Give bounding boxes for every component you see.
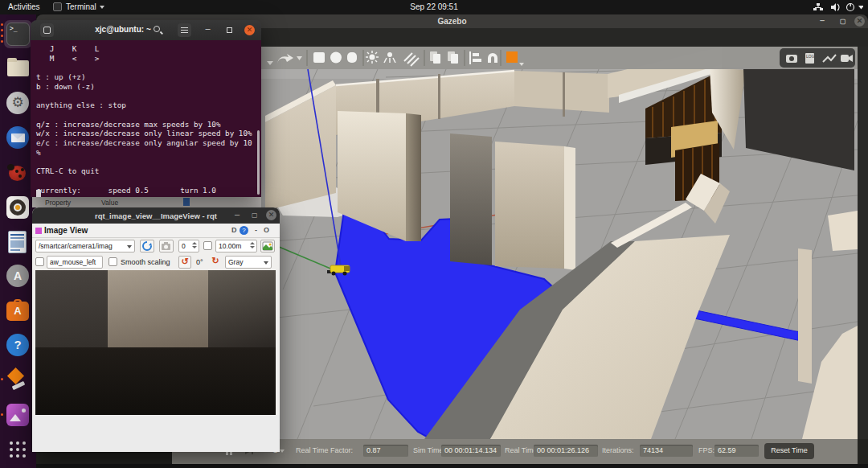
smooth-scaling-label: Smooth scaling <box>121 258 170 266</box>
rqt-panel-background <box>32 415 280 452</box>
value-column: Value <box>101 199 118 207</box>
dock-show-apps[interactable] <box>0 438 36 467</box>
clock[interactable]: Sep 22 09:51 <box>0 2 868 11</box>
power-icon <box>847 3 854 11</box>
terminal-output: J K L M < > t : up (+z) b : down (-z) an… <box>36 44 252 195</box>
simtime-value: 00 00:01:14.134 <box>441 445 501 457</box>
mouse-topic-field[interactable]: aw_mouse_left <box>47 256 103 269</box>
plugin-close-button[interactable]: O <box>264 226 269 234</box>
gazebo-close-button[interactable]: ✕ <box>854 16 865 27</box>
rqt-toolbar: /smartcar/camera1/imag 0 10.00m aw_mouse… <box>32 238 280 270</box>
reset-time-button[interactable]: Reset Time <box>764 443 814 459</box>
cylinder-icon <box>347 52 357 63</box>
settings-gear-icon: ⚙ <box>6 92 29 114</box>
terminal-body[interactable]: J K L M < > t : up (+z) b : down (-z) an… <box>31 40 261 197</box>
terminal-search-button[interactable] <box>151 23 165 37</box>
box-icon <box>313 52 325 63</box>
copy-icon <box>430 51 440 64</box>
dock-rhythmbox[interactable] <box>0 196 36 225</box>
spotlight-icon <box>384 52 395 63</box>
align-icon <box>470 51 481 64</box>
files-icon <box>7 60 29 76</box>
topic-combobox[interactable]: /smartcar/camera1/imag <box>35 240 135 252</box>
terminal-maximize-button[interactable] <box>223 23 236 37</box>
plugin-minimize-button[interactable]: - <box>255 226 257 234</box>
right-wall <box>798 248 812 384</box>
terminal-scrollbar[interactable] <box>257 130 260 195</box>
realtime-value: 00 00:01:26.126 <box>534 445 598 457</box>
iterations-label: Iterations: <box>602 446 634 454</box>
dynamic-range-checkbox[interactable] <box>203 241 212 250</box>
mouse-publish-checkbox[interactable] <box>35 257 44 266</box>
rqt-title: rqt_image_view__ImageView - rqt <box>32 211 280 220</box>
iterations-value: 74134 <box>640 445 693 457</box>
steps-caret-icon[interactable] <box>280 450 285 453</box>
max-range-spinbox[interactable]: 10.00m <box>215 240 257 252</box>
dock-software[interactable]: A <box>0 299 36 328</box>
software-icon: A <box>6 302 29 321</box>
dock-image-viewer[interactable] <box>0 404 36 433</box>
directionallight-icon <box>404 53 419 66</box>
snap-icon <box>488 53 497 63</box>
save-image-button[interactable] <box>260 240 275 252</box>
libreoffice-icon: A <box>6 265 29 287</box>
plugin-title: Image View <box>44 226 88 235</box>
rtf-value: 0.87 <box>363 445 408 457</box>
right-wall-2 <box>828 211 858 251</box>
fps-value: 62.59 <box>714 445 759 457</box>
rtf-label: Real Time Factor: <box>296 446 353 454</box>
plot-icon <box>823 55 836 62</box>
plugin-icon <box>35 228 42 234</box>
help-icon: ? <box>6 334 29 356</box>
rqt-maximize-button[interactable]: ▢ <box>252 211 258 219</box>
screenshot-icon <box>786 55 797 63</box>
property-column: Property <box>45 199 71 207</box>
plugin-help-button[interactable]: ? <box>240 226 248 235</box>
rotation-angle: 0° <box>196 258 203 266</box>
snapshot-button[interactable] <box>159 240 174 252</box>
dock-writer[interactable] <box>0 231 36 260</box>
show-apps-icon <box>10 441 26 458</box>
rqt-window: rqt_image_view__ImageView - rqt – ▢ ✕ Im… <box>32 207 280 452</box>
log-icon: LOG <box>805 53 815 64</box>
record-icon <box>841 55 853 62</box>
colormap-combobox[interactable]: Gray <box>225 256 272 269</box>
gazebo-maximize-button[interactable]: ▢ <box>840 18 846 25</box>
property-panel-header: Property Value <box>32 197 261 207</box>
refresh-button[interactable] <box>140 240 154 252</box>
redo-icon <box>277 54 293 64</box>
volume-icon <box>831 3 839 11</box>
sphere-icon <box>330 52 342 64</box>
terminal-close-button[interactable]: ✕ <box>244 25 255 35</box>
paste-icon <box>448 51 458 64</box>
dock-help[interactable]: ? <box>0 334 36 363</box>
rqt-plugin-header: Image View D ? - O <box>32 224 280 238</box>
terminal-icon: >_ <box>6 23 30 46</box>
pointlight-icon <box>366 51 379 64</box>
rqt-close-button[interactable]: ✕ <box>266 210 276 220</box>
svg-text:LOG: LOG <box>806 54 815 59</box>
terminal-window: xjc@ubuntu: ~ – ✕ J K L M < > t : up (+z… <box>31 20 261 197</box>
gazebo-minimize-button[interactable]: – <box>820 15 825 25</box>
fps-label: FPS: <box>698 446 714 454</box>
rqt-titlebar[interactable]: rqt_image_view__ImageView - rqt – ▢ ✕ <box>32 207 280 224</box>
dock-libreoffice[interactable]: A <box>0 265 36 294</box>
terminal-titlebar[interactable]: xjc@ubuntu: ~ – ✕ <box>31 20 261 40</box>
rotate-left-button[interactable]: ↺ <box>178 256 191 269</box>
zoom-spinbox[interactable]: 0 <box>178 240 199 252</box>
selected-object-icon <box>506 51 518 63</box>
smooth-scaling-checkbox[interactable] <box>108 257 117 266</box>
rotate-right-button[interactable]: ↻ <box>209 256 222 269</box>
terminal-menu-button[interactable] <box>178 23 191 37</box>
camera-image-view[interactable] <box>35 270 276 415</box>
terminal-cursor <box>36 190 41 197</box>
rqt-minimize-button[interactable]: – <box>235 209 240 219</box>
system-topbar: Activities Terminal Sep 22 09:51 <box>0 0 868 14</box>
plugin-dock-button[interactable]: D <box>231 226 237 234</box>
dock-gazebo-app[interactable] <box>0 368 36 397</box>
system-caret-icon <box>858 6 863 10</box>
terminal-minimize-button[interactable]: – <box>201 23 215 37</box>
network-icon <box>813 3 823 10</box>
simtime-label: Sim Time: <box>413 446 445 454</box>
